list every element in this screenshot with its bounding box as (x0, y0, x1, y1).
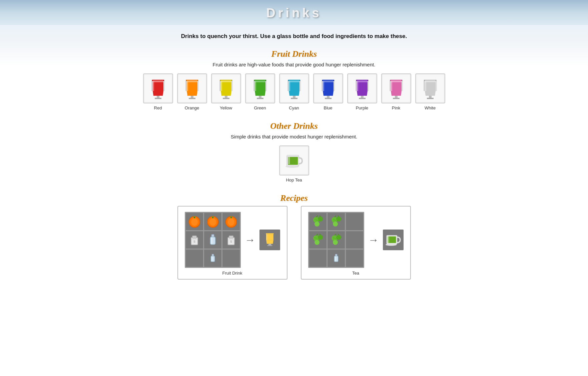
svg-rect-162 (334, 256, 338, 262)
recipe-arrow: → (368, 234, 379, 246)
svg-rect-117 (211, 235, 214, 237)
svg-rect-93 (288, 157, 290, 164)
other-drink-item-hop-tea: Hop Tea (279, 145, 309, 182)
svg-line-137 (320, 216, 321, 217)
svg-rect-38 (257, 98, 263, 99)
page-title: Drinks (0, 6, 588, 20)
svg-rect-45 (287, 80, 289, 91)
svg-rect-41 (289, 81, 300, 91)
svg-rect-124 (212, 254, 214, 256)
svg-rect-166 (388, 237, 389, 243)
svg-rect-81 (425, 81, 436, 91)
fruit-drink-item-purple: Purple (347, 73, 377, 110)
svg-rect-65 (356, 80, 357, 91)
svg-rect-87 (429, 96, 432, 98)
drink-label: Orange (185, 105, 199, 110)
svg-rect-17 (191, 96, 193, 98)
svg-rect-21 (221, 81, 231, 91)
svg-rect-163 (335, 256, 336, 261)
svg-rect-83 (425, 81, 426, 91)
svg-rect-35 (253, 80, 255, 91)
svg-point-103 (209, 218, 216, 226)
svg-rect-6 (163, 80, 165, 91)
drink-icon-box (211, 73, 241, 103)
fruit-drink-item-green: Green (245, 73, 275, 110)
svg-rect-7 (157, 96, 159, 98)
svg-point-149 (315, 240, 320, 245)
grid-cell (186, 213, 203, 230)
svg-point-156 (333, 240, 338, 245)
grid-cell (346, 231, 363, 249)
svg-rect-31 (255, 81, 265, 91)
svg-point-142 (333, 222, 338, 227)
svg-rect-47 (293, 96, 296, 98)
drink-icon-box (279, 73, 309, 103)
drink-icon-box (279, 145, 309, 175)
grid-cell (309, 213, 327, 230)
svg-rect-78 (393, 98, 400, 99)
recipe-card-tea: → Tea (301, 206, 411, 280)
svg-point-109 (228, 218, 234, 226)
svg-marker-72 (391, 91, 402, 96)
svg-rect-127 (266, 233, 273, 234)
svg-rect-132 (266, 234, 267, 240)
svg-rect-51 (323, 81, 334, 91)
recipe-inner: → (308, 212, 404, 268)
grid-cell (222, 250, 240, 267)
grid-cell (204, 231, 221, 249)
recipes-row: S S → Fruit Drink (0, 206, 588, 280)
svg-point-94 (285, 165, 299, 168)
drink-icon-box (381, 73, 411, 103)
svg-rect-61 (357, 81, 368, 91)
other-drinks-row: Hop Tea (0, 145, 588, 182)
recipe-card-fruit-drink: S S → Fruit Drink (177, 206, 287, 280)
grid-cell: S (186, 231, 203, 249)
svg-rect-68 (359, 98, 366, 99)
svg-rect-85 (424, 80, 425, 91)
svg-rect-131 (267, 245, 272, 246)
crafting-grid: S S (185, 212, 241, 268)
svg-rect-69 (357, 80, 368, 82)
svg-rect-66 (368, 80, 369, 91)
fruit-drink-item-cyan: Cyan (279, 73, 309, 110)
svg-rect-89 (425, 80, 436, 82)
fruit-drink-item-yellow: Yellow (211, 73, 241, 110)
fruit-drink-item-blue: Blue (313, 73, 343, 110)
drink-label: Blue (324, 105, 332, 110)
fruit-drinks-desc: Fruit drinks are high-value foods that p… (0, 62, 588, 67)
svg-rect-27 (225, 96, 227, 98)
recipe-arrow: → (245, 234, 255, 246)
svg-marker-62 (357, 91, 368, 96)
svg-rect-1 (153, 81, 163, 91)
grid-cell (186, 250, 203, 267)
svg-text:S: S (193, 240, 195, 243)
drink-icon-box (313, 73, 343, 103)
svg-line-144 (338, 216, 339, 217)
drink-label: Pink (392, 105, 400, 110)
drink-label: Red (154, 105, 162, 110)
svg-marker-22 (221, 91, 231, 96)
svg-rect-43 (289, 81, 290, 91)
svg-marker-42 (289, 91, 300, 96)
svg-rect-128 (266, 234, 273, 240)
svg-line-151 (320, 234, 321, 235)
svg-marker-32 (255, 91, 265, 96)
svg-marker-52 (323, 91, 334, 96)
fruit-drink-item-pink: Pink (381, 73, 411, 110)
fruit-drinks-row: Red Orange (0, 73, 588, 110)
fruit-drink-item-orange: Orange (177, 73, 207, 110)
svg-marker-12 (187, 91, 197, 96)
svg-line-150 (316, 234, 318, 236)
svg-point-167 (386, 244, 397, 246)
svg-rect-15 (185, 80, 187, 91)
svg-rect-126 (211, 256, 212, 261)
fruit-drinks-title: Fruit Drinks (0, 49, 588, 59)
svg-rect-57 (327, 96, 330, 98)
drink-label: White (425, 105, 436, 110)
svg-rect-36 (265, 80, 267, 91)
drink-icon-box (415, 73, 445, 103)
svg-rect-121 (229, 236, 233, 239)
grid-cell (328, 231, 345, 249)
svg-rect-3 (153, 81, 154, 91)
svg-point-97 (191, 218, 198, 226)
